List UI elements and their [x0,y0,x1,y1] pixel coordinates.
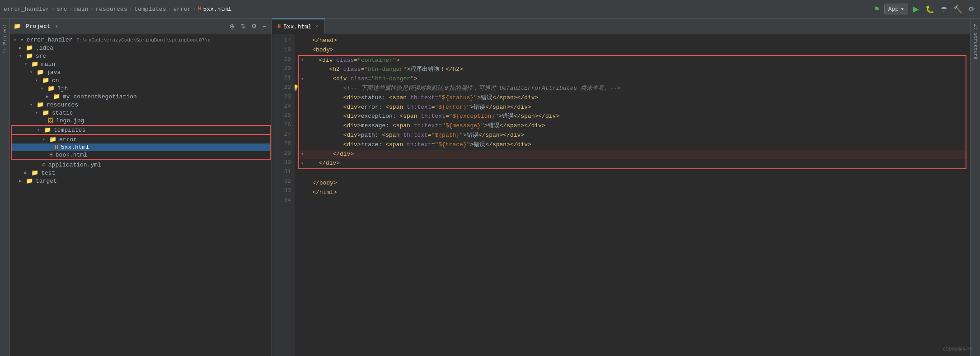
tree-label: target [36,178,57,185]
tree-label: my_contentNegotiation [63,93,137,100]
breadcrumb-error[interactable]: error [173,6,191,13]
collapse-icon[interactable]: ⇅ [239,22,248,31]
tree-label: error_handler [27,37,72,43]
folder-icon: 📁 [31,169,38,176]
tree-item-logo[interactable]: ▶ 🖼 logo.jpg [10,117,272,125]
tree-label: templates [54,127,85,134]
run-config-icon[interactable]: ⚑ [872,4,882,14]
tree-item-target[interactable]: ▶ 📁 target [10,177,272,185]
tree-item-cn[interactable]: ▾ 📁 cn [10,76,272,84]
tree-label: java [47,69,61,76]
folder-icon: 📁 [26,52,33,60]
editor-content: 17 18 19 20 21 22 23 24 25 26 27 28 29 3… [272,34,970,356]
update-button[interactable]: ⟳ [967,4,976,14]
tree-item-static[interactable]: ▾ 📁 static [10,109,272,117]
fold-icon[interactable]: ▾ [301,160,304,167]
folder-icon: 📁 [37,101,44,108]
sidebar-item-structure[interactable]: Z: Structure [972,20,979,63]
file-tree: ▾ ▪ error_handler F:\myCode\crazyCode\Sp… [10,34,272,356]
add-icon[interactable]: ⊕ [228,22,237,31]
breadcrumb-main[interactable]: main [74,6,88,13]
arrow-icon: ▶ [19,45,24,51]
tree-label: error [59,136,77,143]
arrow-icon: ▾ [42,137,48,142]
code-line-32: </body> [298,179,966,188]
code-line-25: <div> exception: <span th:text="${except… [299,112,966,121]
tree-item-mycontentneg[interactable]: ▶ 📁 my_contentNegotiation [10,92,272,101]
image-file-icon: 🖼 [47,117,53,124]
minimize-icon[interactable]: − [261,22,268,31]
debug-button[interactable]: 🐛 [924,4,936,14]
code-line-30: ▾ </div> [299,159,966,168]
code-line-21: ▾ <div class="btn-danger"> [299,74,966,84]
tree-item-5xx-html[interactable]: ▶ H 5xx.html [11,143,271,151]
tree-item-error-folder[interactable]: ▾ 📁 error [11,135,271,143]
tree-item-src[interactable]: ▾ 📁 src [10,52,272,60]
breadcrumb-templates[interactable]: templates [135,6,166,13]
folder-icon: 📁 [44,126,51,134]
tree-item-main[interactable]: ▾ 📁 main [10,60,272,68]
code-line-28: <div> trace: <span th:text="${trace}"> 错… [299,140,966,150]
folder-icon: 📁 [26,44,33,51]
lightbulb-icon[interactable]: 💡 [295,84,299,93]
code-line-19: ▾ <div class="container"> [299,56,966,65]
fold-icon[interactable]: ▾ [301,57,304,64]
arrow-icon: ▾ [35,110,41,116]
tree-label: book.html [56,152,87,158]
line-numbers: 17 18 19 20 21 22 23 24 25 26 27 28 29 3… [272,34,295,356]
tree-item-resources[interactable]: ▾ 📁 resources [10,101,272,109]
breadcrumb-src[interactable]: src [56,6,67,13]
tree-label: test [41,170,55,176]
arrow-icon: ▾ [24,61,30,67]
top-bar-actions: ⚑ App ▾ ▶ 🐛 ☂ 🔨 ⟳ [872,3,976,15]
coverage-button[interactable]: ☂ [939,4,949,14]
tree-item-java[interactable]: ▾ 📁 java [10,68,272,76]
editor-tabs: H 5xx.html × [272,18,970,34]
tab-5xx-html[interactable]: H 5xx.html × [272,18,325,34]
panel-icons: ⊕ ⇅ ⚙ − [228,22,268,31]
settings-icon[interactable]: ⚙ [249,22,259,31]
tree-label: 5xx.html [61,144,89,151]
tree-item-templates[interactable]: ▾ 📁 templates [11,125,271,135]
code-editor[interactable]: </head> <body> ▾ <div class="container"> [295,34,970,356]
tree-label: ljh [57,85,68,92]
panel-header: 📁 Project ▾ ⊕ ⇅ ⚙ − [10,18,272,34]
code-line-17: </head> [298,36,966,46]
chevron-down-icon-panel: ▾ [55,23,58,30]
tree-item-idea[interactable]: ▶ 📁 .idea [10,44,272,52]
fold-icon[interactable]: ▾ [301,76,304,83]
tree-item-test[interactable]: ▶ 📁 test [10,169,272,177]
tree-label: resources [47,102,78,108]
arrow-icon: ▾ [41,86,46,91]
tree-item-book-html[interactable]: ▶ H book.html [11,151,271,160]
tree-label: application.yml [48,162,101,168]
arrow-icon: ▾ [14,37,19,43]
tab-close-button[interactable]: × [314,24,319,29]
folder-icon: 📁 [26,177,33,185]
yml-file-icon: ⚙ [42,161,46,168]
breadcrumb: error_handler › src › main › resources ›… [4,6,231,13]
tree-path: F:\myCode\crazyCode\SpringBoot\springboo… [76,37,211,43]
breadcrumb-error-handler[interactable]: error_handler [4,6,49,13]
code-line-27: <div> path: <span th:text="${path}"> 错误 … [299,131,966,140]
tree-item-error-handler[interactable]: ▾ ▪ error_handler F:\myCode\crazyCode\Sp… [10,36,272,44]
build-button[interactable]: 🔨 [952,4,964,14]
fold-icon[interactable]: ▾ [301,151,304,158]
arrow-icon: ▾ [30,102,35,107]
chevron-down-icon: ▾ [900,5,904,13]
tab-label: 5xx.html [283,23,311,30]
tree-item-application-yml[interactable]: ▶ ⚙ application.yml [10,161,272,169]
sidebar-item-project[interactable]: 1: Project [1,20,9,57]
app-dropdown[interactable]: App ▾ [884,4,908,14]
breadcrumb-resources[interactable]: resources [95,6,127,13]
code-line-20: <h2 class="btn-danger"> 程序出错啦！ </h2> [299,65,966,74]
side-tabs: 1: Project [0,18,10,356]
tree-item-ljh[interactable]: ▾ 📁 ljh [10,84,272,92]
folder-icon: 📁 [42,77,49,84]
folder-icon: 📁 [37,69,44,76]
tree-label: .idea [36,45,53,51]
run-button[interactable]: ▶ [911,3,921,15]
red-outlined-block: ▾ <div class="container"> <h2 class="btn… [298,55,966,170]
code-line-18: <body> [298,46,966,55]
html-file-icon: H [55,144,58,151]
